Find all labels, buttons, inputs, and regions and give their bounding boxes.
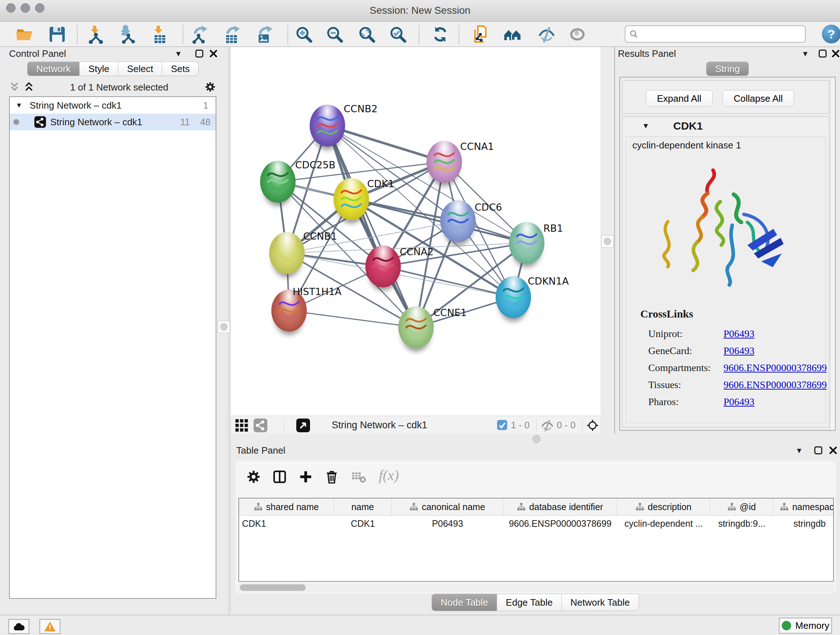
show-columns-button[interactable] xyxy=(270,467,289,486)
right-divider-handle[interactable] xyxy=(601,235,614,248)
close-panel-button[interactable] xyxy=(209,49,218,58)
home-button[interactable] xyxy=(502,24,523,44)
hidden-items-button[interactable] xyxy=(540,418,555,433)
selected-nodes-checkbox[interactable] xyxy=(497,420,507,430)
search-input[interactable] xyxy=(642,29,801,40)
panel-menu-caret[interactable]: ▾ xyxy=(803,49,807,58)
gene-card-header[interactable]: ▾ CDK1 xyxy=(622,117,829,136)
cell-canonical-name[interactable]: P06493 xyxy=(392,516,503,532)
close-window-button[interactable] xyxy=(6,3,16,13)
tab-style[interactable]: Style xyxy=(80,62,118,76)
network-collection-row[interactable]: ▼ String Network – cdk1 1 xyxy=(10,97,216,114)
crosslink-pharos-link[interactable]: P06493 xyxy=(723,396,755,408)
tree-expand-caret[interactable]: ▼ xyxy=(16,101,22,109)
tab-select[interactable]: Select xyxy=(118,62,162,76)
warnings-button[interactable] xyxy=(39,619,60,634)
refresh-button[interactable] xyxy=(430,24,450,44)
tab-network-table[interactable]: Network Table xyxy=(562,594,639,611)
panel-menu-caret[interactable]: ▾ xyxy=(176,49,180,58)
export-table-button[interactable] xyxy=(223,24,243,44)
delete-column-button[interactable] xyxy=(322,467,341,486)
zoom-window-button[interactable] xyxy=(35,3,44,13)
memory-button[interactable]: Memory xyxy=(779,618,832,633)
import-network-button[interactable] xyxy=(86,24,106,44)
network-node-ccna1[interactable] xyxy=(426,141,462,183)
network-node-rb1[interactable] xyxy=(509,222,545,264)
import-database-button[interactable] xyxy=(117,24,137,44)
zoom-fit-button[interactable] xyxy=(357,24,377,44)
crosslink-genecard-link[interactable]: P06493 xyxy=(723,345,755,356)
column-header-shared-name[interactable]: shared name xyxy=(239,499,334,515)
float-panel-button[interactable] xyxy=(819,50,827,57)
network-row[interactable]: String Network – cdk1 11 48 xyxy=(10,114,216,130)
network-canvas[interactable]: CCNB2CCNA1CDC25BCDK1CDC6RB1CCNB1CCNA2CDK… xyxy=(231,47,600,416)
tab-node-table[interactable]: Node Table xyxy=(431,594,497,611)
table-horizontal-scrollbar[interactable] xyxy=(238,583,834,592)
zoom-in-button[interactable] xyxy=(294,24,314,44)
close-panel-button[interactable] xyxy=(831,49,840,58)
scrollbar-thumb[interactable] xyxy=(240,584,306,591)
cell-database-identifier[interactable]: 9606.ENSP00000378699 xyxy=(503,516,617,532)
save-session-button[interactable] xyxy=(47,24,67,44)
collapse-gene-caret[interactable]: ▾ xyxy=(644,121,648,130)
network-node-ccnb2[interactable] xyxy=(309,105,345,147)
cell-description[interactable]: cyclin-dependent ... xyxy=(617,516,710,532)
birdseye-view-button[interactable] xyxy=(295,418,311,433)
crosslink-tissues-link[interactable]: 9606.ENSP00000378699 xyxy=(723,379,827,391)
cloud-status-button[interactable] xyxy=(8,619,29,634)
column-header-namespace[interactable]: namespace xyxy=(774,499,834,515)
column-header-name[interactable]: name xyxy=(334,499,392,515)
minimize-window-button[interactable] xyxy=(21,3,30,13)
open-session-button[interactable] xyxy=(14,24,35,44)
cell-id[interactable]: stringdb:9... xyxy=(710,516,774,532)
tab-edge-table[interactable]: Edge Table xyxy=(497,594,562,611)
results-scrollbar[interactable] xyxy=(830,78,835,430)
cell-namespace[interactable]: stringdb xyxy=(774,516,834,532)
network-node-cdc6[interactable] xyxy=(440,200,476,242)
column-header-database-identifier[interactable]: database identifier xyxy=(503,499,617,515)
network-node-cdk1[interactable] xyxy=(333,178,369,220)
network-node-cdkn1a[interactable] xyxy=(496,276,531,318)
fit-selected-button[interactable] xyxy=(585,418,600,433)
import-table-button[interactable] xyxy=(149,24,170,44)
grid-view-button[interactable] xyxy=(234,418,249,433)
crosslink-compartments-link[interactable]: 9606.ENSP00000378699 xyxy=(723,362,827,374)
horizontal-divider-handle[interactable] xyxy=(532,435,540,443)
column-header-description[interactable]: description xyxy=(617,499,710,515)
expand-tree-button[interactable] xyxy=(9,82,20,93)
function-builder-button[interactable]: f(x) xyxy=(379,467,399,484)
cell-name[interactable]: CDK1 xyxy=(334,516,392,532)
zoom-selected-button[interactable] xyxy=(388,24,408,44)
column-header-canonical-name[interactable]: canonical name xyxy=(392,499,503,515)
clone-network-button[interactable] xyxy=(471,24,491,44)
show-all-button[interactable] xyxy=(567,24,587,44)
tab-sets[interactable]: Sets xyxy=(162,62,199,76)
network-node-ccna2[interactable] xyxy=(365,245,401,287)
panel-menu-caret[interactable]: ▾ xyxy=(797,446,801,455)
delete-table-button[interactable] xyxy=(349,467,368,486)
hide-selected-button[interactable] xyxy=(537,24,557,44)
expand-all-button[interactable]: Expand All xyxy=(646,90,713,107)
left-divider-handle[interactable] xyxy=(218,321,230,333)
export-network-button[interactable] xyxy=(190,24,210,44)
cell-shared-name[interactable]: CDK1 xyxy=(239,516,334,532)
table-row[interactable]: CDK1CDK1P064939606.ENSP00000378699cyclin… xyxy=(239,516,833,532)
export-image-button[interactable] xyxy=(255,24,275,44)
zoom-out-button[interactable] xyxy=(325,24,345,44)
help-button[interactable]: ? xyxy=(822,25,840,43)
float-panel-button[interactable] xyxy=(195,50,203,57)
tab-network[interactable]: Network xyxy=(27,62,80,76)
collapse-all-button[interactable]: Collapse All xyxy=(722,90,794,107)
create-column-button[interactable] xyxy=(296,467,315,486)
crosslink-uniprot-link[interactable]: P06493 xyxy=(723,328,755,340)
network-node-ccnb1[interactable] xyxy=(269,232,305,274)
tab-string[interactable]: String xyxy=(706,62,749,76)
float-panel-button[interactable] xyxy=(814,447,822,454)
network-node-cdc25b[interactable] xyxy=(260,161,295,203)
network-options-button[interactable] xyxy=(204,81,216,94)
column-header-id[interactable]: @id xyxy=(710,499,774,515)
network-node-ccne1[interactable] xyxy=(398,306,434,348)
table-options-button[interactable] xyxy=(244,467,263,486)
collapse-tree-button[interactable] xyxy=(24,82,34,93)
network-overview-button[interactable] xyxy=(253,418,268,433)
